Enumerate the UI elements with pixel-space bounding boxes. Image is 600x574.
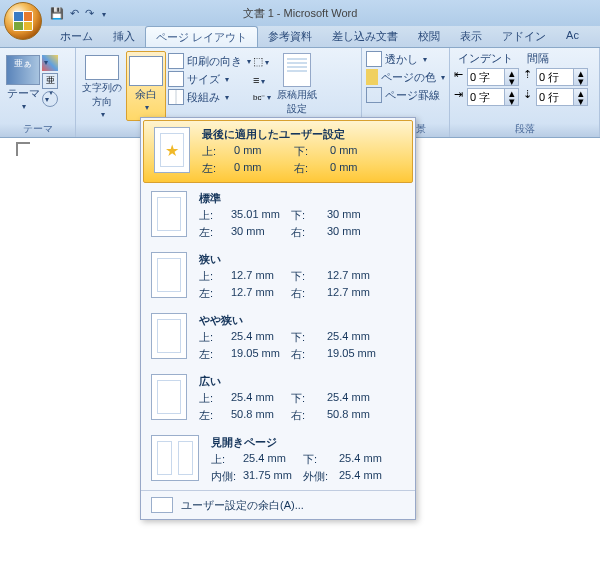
orientation-button[interactable]: 印刷の向き xyxy=(168,53,251,69)
titlebar: 💾 ↶ ↷ 文書 1 - Microsoft Word xyxy=(0,0,600,26)
custom-margins-icon xyxy=(151,497,173,513)
themes-button[interactable]: 亜ぁテーマ xyxy=(4,51,42,121)
spacing-before-icon: ⇡ xyxy=(523,68,532,86)
preset-title: やや狭い xyxy=(199,313,405,328)
indent-label: インデント xyxy=(458,51,513,66)
tab-review[interactable]: 校閲 xyxy=(408,26,450,47)
preset-title: 見開きページ xyxy=(211,435,405,450)
tab-acrobat[interactable]: Ac xyxy=(556,26,589,47)
margin-thumb-icon xyxy=(151,252,187,298)
preset-title: 広い xyxy=(199,374,405,389)
indent-right-input[interactable]: ▴▾ xyxy=(467,88,519,106)
text-direction-button[interactable]: 文字列の 方向 xyxy=(80,51,124,121)
margin-preset-item[interactable]: 広い 上:25.4 mm下:25.4 mm 左:50.8 mm右:50.8 mm xyxy=(141,368,415,429)
watermark-icon xyxy=(366,51,382,67)
group-title-theme: テーマ xyxy=(0,122,75,136)
margin-thumb-icon xyxy=(154,127,190,173)
page-border-icon xyxy=(366,87,382,103)
columns-button[interactable]: 段組み xyxy=(168,89,251,105)
quick-access-toolbar: 💾 ↶ ↷ xyxy=(50,7,106,20)
spacing-after-icon: ⇣ xyxy=(523,88,532,106)
undo-icon[interactable]: ↶ xyxy=(70,7,79,20)
size-icon xyxy=(168,71,184,87)
margins-dropdown: 最後に適用したユーザー設定 上:0 mm下:0 mm 左:0 mm右:0 mm … xyxy=(140,117,416,520)
margin-thumb-icon xyxy=(151,191,187,237)
indent-right-icon: ⇥ xyxy=(454,88,463,106)
orientation-icon xyxy=(168,53,184,69)
tab-home[interactable]: ホーム xyxy=(50,26,103,47)
tab-addins[interactable]: アドイン xyxy=(492,26,556,47)
group-title-para: 段落 xyxy=(450,122,599,136)
qat-more-icon[interactable] xyxy=(100,7,106,19)
margins-button[interactable]: 余白 xyxy=(126,51,166,121)
tab-view[interactable]: 表示 xyxy=(450,26,492,47)
theme-effects-icon[interactable] xyxy=(42,91,58,107)
office-button[interactable] xyxy=(4,2,42,40)
theme-colors-icon[interactable] xyxy=(42,55,58,71)
preset-title: 標準 xyxy=(199,191,405,206)
margin-thumb-icon xyxy=(151,435,199,481)
tab-references[interactable]: 参考資料 xyxy=(258,26,322,47)
spacing-before-input[interactable]: ▴▾ xyxy=(536,68,588,86)
tab-insert[interactable]: 挿入 xyxy=(103,26,145,47)
preset-title: 狭い xyxy=(199,252,405,267)
margin-preset-item[interactable]: やや狭い 上:25.4 mm下:25.4 mm 左:19.05 mm右:19.0… xyxy=(141,307,415,368)
save-icon[interactable]: 💾 xyxy=(50,7,64,20)
watermark-button[interactable]: 透かし xyxy=(366,51,445,67)
margin-preset-item[interactable]: 狭い 上:12.7 mm下:12.7 mm 左:12.7 mm右:12.7 mm xyxy=(141,246,415,307)
margin-preset-item[interactable]: 標準 上:35.01 mm下:30 mm 左:30 mm右:30 mm xyxy=(141,185,415,246)
spacing-label: 間隔 xyxy=(527,51,549,66)
page-border-button[interactable]: ページ罫線 xyxy=(366,87,445,103)
columns-icon xyxy=(168,89,184,105)
line-numbers-icon[interactable]: ≡ xyxy=(253,74,269,90)
window-title: 文書 1 - Microsoft Word xyxy=(243,6,358,21)
indent-left-icon: ⇤ xyxy=(454,68,463,86)
tab-mailings[interactable]: 差し込み文書 xyxy=(322,26,408,47)
indent-left-input[interactable]: ▴▾ xyxy=(467,68,519,86)
preset-title: 最後に適用したユーザー設定 xyxy=(202,127,402,142)
margin-preset-item[interactable]: 最後に適用したユーザー設定 上:0 mm下:0 mm 左:0 mm右:0 mm xyxy=(143,120,413,183)
margin-preset-item[interactable]: 見開きページ 上:25.4 mm下:25.4 mm 内側:31.75 mm外側:… xyxy=(141,429,415,490)
redo-icon[interactable]: ↷ xyxy=(85,7,94,20)
custom-margins-item[interactable]: ユーザー設定の余白(A)... xyxy=(141,490,415,519)
margin-corner-icon xyxy=(16,142,30,156)
theme-fonts-icon[interactable]: 亜 xyxy=(42,73,58,89)
tab-page-layout[interactable]: ページ レイアウト xyxy=(145,26,258,47)
breaks-icon[interactable]: ⬚ xyxy=(253,55,269,71)
margin-thumb-icon xyxy=(151,374,187,420)
spacing-after-input[interactable]: ▴▾ xyxy=(536,88,588,106)
page-color-icon xyxy=(366,69,378,85)
hyphenation-icon[interactable]: bc⁻ xyxy=(253,93,269,109)
size-button[interactable]: サイズ xyxy=(168,71,251,87)
margin-thumb-icon xyxy=(151,313,187,359)
genko-icon xyxy=(283,53,311,87)
page-color-button[interactable]: ページの色 xyxy=(366,69,445,85)
ribbon-tabs: ホーム 挿入 ページ レイアウト 参考資料 差し込み文書 校閲 表示 アドイン … xyxy=(0,26,600,48)
genko-button[interactable]: 原稿用紙 設定 xyxy=(275,51,319,121)
